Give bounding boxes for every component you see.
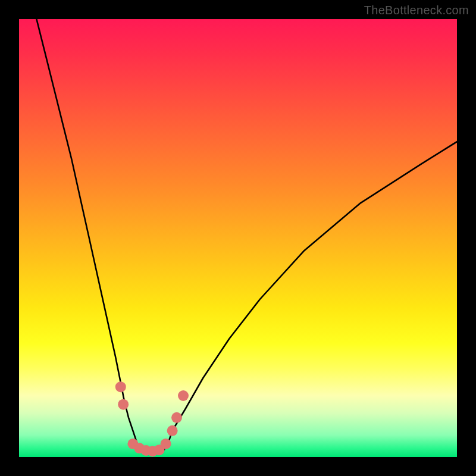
watermark-text: TheBottleneck.com [364, 4, 469, 17]
highlight-dot [178, 390, 189, 401]
curve-svg [19, 19, 457, 457]
highlight-dot [171, 412, 182, 423]
chart-frame: TheBottleneck.com [0, 0, 476, 476]
highlight-dot [115, 381, 126, 392]
highlight-dot [118, 399, 129, 410]
bottleneck-curve [36, 19, 457, 453]
highlight-dots [115, 381, 189, 456]
highlight-dot [161, 439, 171, 449]
highlight-dot [167, 425, 178, 436]
plot-area [19, 19, 457, 457]
